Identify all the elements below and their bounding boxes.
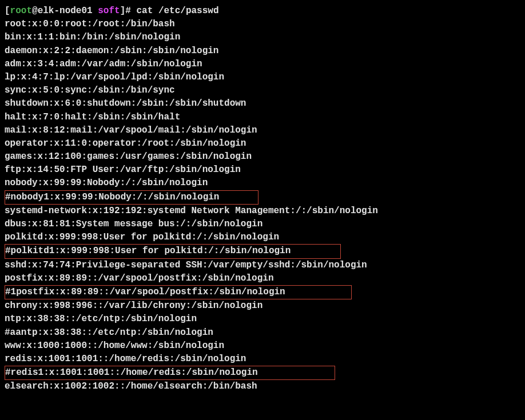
passwd-entry: redis:x:1001:1001::/home/redis:/sbin/nol… [5,354,246,364]
command-text[interactable]: cat /etc/passwd [136,6,218,16]
prompt-cwd: soft [98,6,120,16]
output-line: chrony:x:998:996::/var/lib/chrony:/sbin/… [5,299,520,313]
passwd-entry: systemd-network:x:192:192:systemd Networ… [5,206,378,216]
prompt-char: # [125,6,136,16]
passwd-entry: dbus:x:81:81:System message bus:/:/sbin/… [5,219,262,229]
output-line: #polkitd1:x:999:998:User for polkitd:/:/… [5,244,520,258]
prompt-line: [root@elk-node01 soft]# cat /etc/passwd [5,5,520,18]
output-line: operator:x:11:0:operator:/root:/sbin/nol… [5,137,520,150]
passwd-entry: lp:x:4:7:lp:/var/spool/lpd:/sbin/nologin [5,72,224,82]
passwd-entry: sshd:x:74:74:Privilege-separated SSH:/va… [5,260,367,270]
passwd-entry: #aantp:x:38:38::/etc/ntp:/sbin/nologin [5,327,213,338]
output-line: adm:x:3:4:adm:/var/adm:/sbin/nologin [5,58,520,71]
output-container: root:x:0:0:root:/root:/bin/bashbin:x:1:1… [5,18,520,393]
prompt-at: @ [32,6,38,16]
passwd-entry: sync:x:5:0:sync:/sbin:/bin/sync [5,85,175,95]
highlighted-entry: #polkitd1:x:999:998:User for polkitd:/:/… [5,244,341,258]
passwd-entry: bin:x:1:1:bin:/bin:/sbin/nologin [5,32,180,42]
output-line: #nobody1:x:99:99:Nobody:/:/sbin/nologin [5,190,520,205]
passwd-entry: elsearch:x:1002:1002::/home/elsearch:/bi… [5,381,257,391]
passwd-entry: halt:x:7:0:halt:/sbin:/sbin/halt [5,112,180,122]
passwd-entry: www:x:1000:1000::/home/www:/sbin/nologin [5,341,224,351]
output-line: shutdown:x:6:0:shutdown:/sbin:/sbin/shut… [5,97,520,110]
output-line: #aantp:x:38:38::/etc/ntp:/sbin/nologin [5,326,520,339]
output-line: daemon:x:2:2:daemon:/sbin:/sbin/nologin [5,45,520,58]
prompt-host: elk-node01 [38,6,93,16]
output-line: sshd:x:74:74:Privilege-separated SSH:/va… [5,259,520,272]
output-line: ntp:x:38:38::/etc/ntp:/sbin/nologin [5,313,520,326]
passwd-entry: root:x:0:0:root:/root:/bin/bash [5,19,175,29]
passwd-entry: adm:x:3:4:adm:/var/adm:/sbin/nologin [5,59,202,69]
output-line: halt:x:7:0:halt:/sbin:/sbin/halt [5,111,520,124]
passwd-entry: postfix:x:89:89::/var/spool/postfix:/sbi… [5,273,273,283]
output-line: root:x:0:0:root:/root:/bin/bash [5,18,520,31]
output-line: sync:x:5:0:sync:/sbin:/bin/sync [5,84,520,97]
bracket-close: ] [120,6,126,16]
passwd-entry: ntp:x:38:38::/etc/ntp:/sbin/nologin [5,314,197,324]
output-line: www:x:1000:1000::/home/www:/sbin/nologin [5,339,520,353]
output-line: #1postfix:x:89:89::/var/spool/postfix:/s… [5,285,520,299]
output-line: mail:x:8:12:mail:/var/spool/mail:/sbin/n… [5,124,520,137]
passwd-entry: daemon:x:2:2:daemon:/sbin:/sbin/nologin [5,46,218,56]
passwd-entry: mail:x:8:12:mail:/var/spool/mail:/sbin/n… [5,125,257,135]
highlighted-entry: #redis1:x:1001:1001::/home/redis:/sbin/n… [5,366,335,380]
output-line: #redis1:x:1001:1001::/home/redis:/sbin/n… [5,366,520,380]
prompt-user: root [10,6,32,16]
passwd-entry: operator:x:11:0:operator:/root:/sbin/nol… [5,138,246,149]
passwd-entry: shutdown:x:6:0:shutdown:/sbin:/sbin/shut… [5,98,246,109]
passwd-entry: nobody:x:99:99:Nobody:/:/sbin/nologin [5,178,208,188]
passwd-entry: games:x:12:100:games:/usr/games:/sbin/no… [5,151,252,162]
output-line: bin:x:1:1:bin:/bin:/sbin/nologin [5,31,520,44]
output-line: lp:x:4:7:lp:/var/spool/lpd:/sbin/nologin [5,71,520,84]
highlighted-entry: #1postfix:x:89:89::/var/spool/postfix:/s… [5,285,352,299]
output-line: dbus:x:81:81:System message bus:/:/sbin/… [5,218,520,231]
passwd-entry: polkitd:x:999:998:User for polkitd:/:/sb… [5,232,279,242]
passwd-entry: ftp:x:14:50:FTP User:/var/ftp:/sbin/nolo… [5,165,241,175]
bracket-open: [ [5,6,10,16]
output-line: systemd-network:x:192:192:systemd Networ… [5,205,520,218]
output-line: redis:x:1001:1001::/home/redis:/sbin/nol… [5,353,520,366]
passwd-entry: chrony:x:998:996::/var/lib/chrony:/sbin/… [5,301,262,311]
output-line: elsearch:x:1002:1002::/home/elsearch:/bi… [5,380,520,393]
output-line: nobody:x:99:99:Nobody:/:/sbin/nologin [5,177,520,190]
highlighted-entry: #nobody1:x:99:99:Nobody:/:/sbin/nologin [5,190,258,205]
output-line: postfix:x:89:89::/var/spool/postfix:/sbi… [5,272,520,285]
output-line: ftp:x:14:50:FTP User:/var/ftp:/sbin/nolo… [5,163,520,177]
output-line: polkitd:x:999:998:User for polkitd:/:/sb… [5,231,520,244]
output-line: games:x:12:100:games:/usr/games:/sbin/no… [5,150,520,163]
